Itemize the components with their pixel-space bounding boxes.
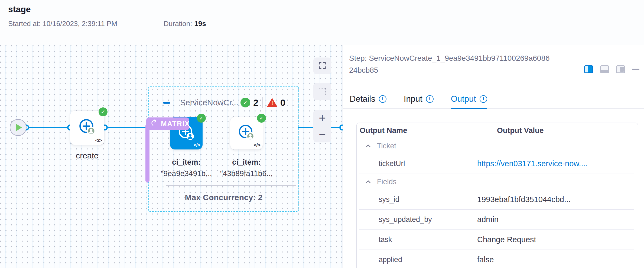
matrix-loop-bar xyxy=(145,124,149,183)
column-output-value: Output Value xyxy=(497,126,544,135)
output-data-row: sys_updated_by admin xyxy=(359,210,634,230)
output-data-row: sys_id 1993ebaf1bfd351044cbd... xyxy=(359,190,634,210)
output-name-cell: applied xyxy=(359,256,477,264)
matrix-footer-divider xyxy=(166,185,296,186)
success-check-icon: ✓ xyxy=(197,114,206,123)
edge-connector xyxy=(339,125,343,130)
matrix-group-header: ServiceNowCr... ✓ 2 ! 0 xyxy=(149,96,298,109)
matrix-group-title: ServiceNowCr... xyxy=(180,98,238,107)
marquee-select-icon xyxy=(319,88,326,95)
output-group-label: Fields xyxy=(377,178,396,186)
matrix-badge-label: MATRIX xyxy=(161,120,190,128)
minimize-panel-icon[interactable] xyxy=(632,69,639,70)
output-data-row: applied false xyxy=(359,250,634,268)
output-group-label: Ticket xyxy=(377,142,396,150)
code-glyph: </> xyxy=(194,142,200,148)
edge-start-to-create xyxy=(26,127,71,128)
servicenow-create-icon xyxy=(77,117,97,138)
output-name-cell: sys_id xyxy=(359,195,477,204)
step-details-panel: Step: ServiceNowCreate_1_9ea9e3491bb9711… xyxy=(343,45,644,268)
output-table: Output Name Output Value Ticket ticketUr… xyxy=(356,123,638,268)
success-check-icon: ✓ xyxy=(240,98,250,107)
max-concurrency-label: Max Concurrency: 2 xyxy=(149,193,298,202)
tab-output[interactable]: Output i xyxy=(451,94,487,109)
info-icon[interactable]: i xyxy=(426,95,434,103)
step-heading: Step: ServiceNowCreate_1_9ea9e3491bb9711… xyxy=(349,52,550,76)
success-check-icon: ✓ xyxy=(257,114,266,123)
matrix-node-1-label: ci_item: "9ea9e3491b... xyxy=(153,157,219,179)
output-group-row[interactable]: Ticket xyxy=(359,138,634,154)
servicenow-create-icon xyxy=(237,123,256,143)
dock-float-icon[interactable] xyxy=(616,65,625,73)
code-glyph: </> xyxy=(254,142,260,148)
matrix-node-2-label: ci_item: "43b89fa11b6... xyxy=(213,157,279,179)
matrix-badge[interactable]: MATRIX xyxy=(146,117,189,130)
output-value-cell: false xyxy=(477,255,494,264)
output-data-row: task Change Request xyxy=(359,230,634,250)
fit-to-screen-button[interactable] xyxy=(313,58,331,74)
matrix-step-node-2[interactable]: </> ✓ xyxy=(230,117,263,149)
output-table-body: Ticket ticketUrl https://ven03171.servic… xyxy=(357,138,638,268)
column-output-name: Output Name xyxy=(359,126,497,135)
started-at-text: Started at: 10/16/2023, 2:39:11 PM xyxy=(8,20,117,28)
fullscreen-icon xyxy=(318,62,326,70)
output-name-cell: task xyxy=(359,235,477,244)
zoom-out-button[interactable]: − xyxy=(313,126,331,142)
success-check-icon: ✓ xyxy=(99,107,108,116)
edge-create-to-matrix xyxy=(105,127,150,128)
code-glyph: </> xyxy=(95,138,102,143)
success-count: 2 xyxy=(253,97,258,108)
matrix-status-counts: ✓ 2 ! 0 xyxy=(240,97,285,108)
panel-divider xyxy=(343,45,343,268)
step-name: ServiceNowCreate_1_9ea9e3491bb971100269a… xyxy=(349,54,550,74)
chevron-up-icon xyxy=(366,144,371,148)
info-icon[interactable]: i xyxy=(379,95,386,103)
failure-warning-icon: ! xyxy=(267,98,277,107)
stage-start-node[interactable] xyxy=(10,119,27,136)
collapse-minus-icon[interactable] xyxy=(163,102,170,104)
zoom-in-button[interactable]: + xyxy=(313,110,331,126)
dock-bottom-icon[interactable] xyxy=(600,65,609,73)
duration-value: 19s xyxy=(194,20,206,28)
duration-text: Duration:19s xyxy=(164,20,206,28)
step-label-create: create xyxy=(62,151,112,160)
step-node-create[interactable]: </> ✓ xyxy=(70,111,104,145)
matrix-group[interactable]: ServiceNowCr... ✓ 2 ! 0 xyxy=(148,86,299,212)
count-separator xyxy=(262,97,263,108)
chevron-up-icon xyxy=(366,180,371,183)
play-icon xyxy=(16,124,22,131)
tab-details[interactable]: Details i xyxy=(350,94,386,109)
zoom-controls: + − xyxy=(313,110,331,142)
output-data-row: ticketUrl https://ven03171.service-now..… xyxy=(359,154,634,174)
page-title: stage xyxy=(8,4,31,14)
info-icon[interactable]: i xyxy=(480,95,487,103)
pipeline-canvas[interactable]: </> ✓ create ServiceNowCr... ✓ 2 ! 0 xyxy=(0,45,343,268)
output-value-cell: 1993ebaf1bfd351044cbd... xyxy=(477,195,571,204)
dock-right-icon[interactable] xyxy=(584,65,593,73)
marquee-select-button[interactable] xyxy=(313,83,331,100)
stage-header: stage Started at: 10/16/2023, 2:39:11 PM… xyxy=(0,0,644,45)
output-value-cell: Change Request xyxy=(477,235,536,244)
tab-input[interactable]: Input i xyxy=(404,94,434,109)
loop-icon xyxy=(150,119,158,128)
failure-count: 0 xyxy=(280,97,285,108)
output-name-cell: sys_updated_by xyxy=(359,215,477,224)
panel-layout-controls xyxy=(584,65,639,73)
output-value-cell: admin xyxy=(477,215,499,224)
output-group-row[interactable]: Fields xyxy=(359,174,634,190)
output-table-header: Output Name Output Value xyxy=(359,123,634,138)
step-tabs: Details i Input i Output i xyxy=(350,94,487,109)
output-name-cell: ticketUrl xyxy=(359,159,477,168)
output-value-link[interactable]: https://ven03171.service-now.... xyxy=(477,159,588,168)
